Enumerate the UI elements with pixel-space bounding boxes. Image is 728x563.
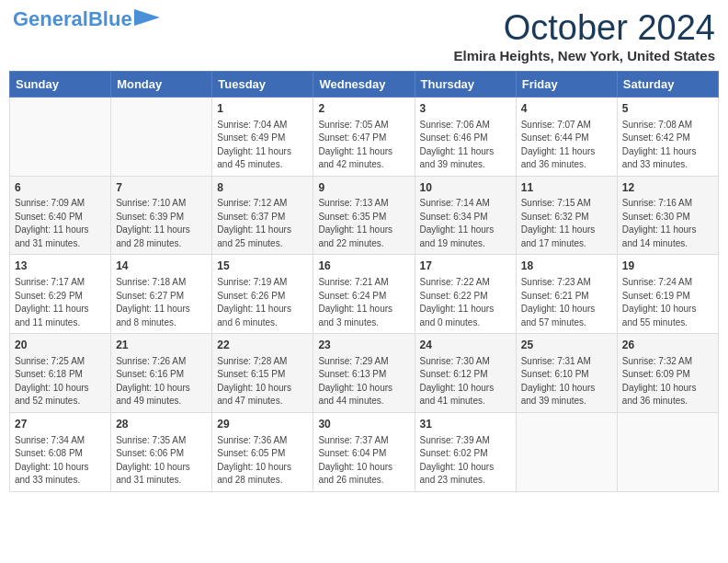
day-number: 29 [217,417,308,432]
day-number: 2 [318,101,409,117]
calendar-cell: 15Sunrise: 7:19 AMSunset: 6:26 PMDayligh… [212,255,313,334]
day-number: 5 [622,101,713,117]
day-info: Sunrise: 7:34 AMSunset: 6:08 PMDaylight:… [15,434,106,488]
day-info: Sunrise: 7:26 AMSunset: 6:16 PMDaylight:… [116,355,207,408]
calendar-cell: 20Sunrise: 7:25 AMSunset: 6:18 PMDayligh… [10,334,111,413]
calendar-cell: 21Sunrise: 7:26 AMSunset: 6:16 PMDayligh… [111,334,212,413]
calendar-cell: 5Sunrise: 7:08 AMSunset: 6:42 PMDaylight… [617,97,718,176]
day-number: 28 [116,417,207,432]
calendar-cell: 10Sunrise: 7:14 AMSunset: 6:34 PMDayligh… [415,176,516,255]
calendar-header-friday: Friday [516,71,617,97]
day-number: 4 [521,101,612,117]
calendar-week-row: 13Sunrise: 7:17 AMSunset: 6:29 PMDayligh… [10,255,719,334]
day-info: Sunrise: 7:05 AMSunset: 6:47 PMDaylight:… [318,119,409,172]
calendar-cell: 11Sunrise: 7:15 AMSunset: 6:32 PMDayligh… [516,176,617,255]
calendar-week-row: 20Sunrise: 7:25 AMSunset: 6:18 PMDayligh… [10,334,719,413]
calendar-cell: 28Sunrise: 7:35 AMSunset: 6:06 PMDayligh… [111,412,212,491]
day-number: 15 [217,259,308,274]
day-info: Sunrise: 7:30 AMSunset: 6:12 PMDaylight:… [420,355,511,408]
calendar-week-row: 6Sunrise: 7:09 AMSunset: 6:40 PMDaylight… [10,176,719,255]
calendar-week-row: 1Sunrise: 7:04 AMSunset: 6:49 PMDaylight… [10,97,719,176]
calendar-cell: 24Sunrise: 7:30 AMSunset: 6:12 PMDayligh… [415,334,516,413]
day-info: Sunrise: 7:08 AMSunset: 6:42 PMDaylight:… [622,119,713,172]
day-number: 26 [622,338,713,353]
calendar-cell: 23Sunrise: 7:29 AMSunset: 6:13 PMDayligh… [313,334,415,413]
calendar-cell: 2Sunrise: 7:05 AMSunset: 6:47 PMDaylight… [313,97,415,176]
day-number: 31 [420,417,511,432]
day-number: 3 [420,101,511,117]
calendar-header-wednesday: Wednesday [313,71,415,97]
day-number: 13 [15,259,106,274]
calendar-cell [617,412,718,491]
calendar-cell: 18Sunrise: 7:23 AMSunset: 6:21 PMDayligh… [516,255,617,334]
calendar-header-row: SundayMondayTuesdayWednesdayThursdayFrid… [10,71,719,97]
calendar-cell: 1Sunrise: 7:04 AMSunset: 6:49 PMDaylight… [212,97,313,176]
logo-arrow-icon [134,9,160,26]
day-number: 21 [116,338,207,353]
calendar-cell: 4Sunrise: 7:07 AMSunset: 6:44 PMDaylight… [516,97,617,176]
calendar-cell [10,97,111,176]
calendar-cell [516,412,617,491]
day-info: Sunrise: 7:09 AMSunset: 6:40 PMDaylight:… [15,197,106,250]
calendar-cell: 12Sunrise: 7:16 AMSunset: 6:30 PMDayligh… [617,176,718,255]
day-number: 7 [116,180,207,196]
day-info: Sunrise: 7:22 AMSunset: 6:22 PMDaylight:… [420,276,511,329]
day-number: 10 [420,180,511,196]
day-info: Sunrise: 7:35 AMSunset: 6:06 PMDaylight:… [116,434,207,488]
calendar-table: SundayMondayTuesdayWednesdayThursdayFrid… [9,71,719,492]
day-number: 11 [521,180,612,196]
day-number: 23 [318,338,409,353]
day-number: 6 [15,180,106,196]
day-number: 16 [318,259,409,274]
day-number: 22 [217,338,308,353]
logo: GeneralBlue [13,9,160,29]
calendar-week-row: 27Sunrise: 7:34 AMSunset: 6:08 PMDayligh… [10,412,719,491]
page-header: GeneralBlue October 2024 Elmira Heights,… [9,9,719,63]
day-info: Sunrise: 7:32 AMSunset: 6:09 PMDaylight:… [622,355,713,408]
calendar-header-sunday: Sunday [10,71,111,97]
calendar-cell [111,97,212,176]
logo-text: GeneralBlue [13,9,132,29]
day-number: 8 [217,180,308,196]
day-number: 20 [15,338,106,353]
calendar-header-monday: Monday [111,71,212,97]
day-number: 30 [318,417,409,432]
calendar-cell: 19Sunrise: 7:24 AMSunset: 6:19 PMDayligh… [617,255,718,334]
day-number: 17 [420,259,511,274]
day-info: Sunrise: 7:12 AMSunset: 6:37 PMDaylight:… [217,197,308,250]
day-info: Sunrise: 7:15 AMSunset: 6:32 PMDaylight:… [521,197,612,250]
day-info: Sunrise: 7:18 AMSunset: 6:27 PMDaylight:… [116,276,207,329]
day-info: Sunrise: 7:06 AMSunset: 6:46 PMDaylight:… [420,119,511,172]
day-info: Sunrise: 7:23 AMSunset: 6:21 PMDaylight:… [521,276,612,329]
day-info: Sunrise: 7:16 AMSunset: 6:30 PMDaylight:… [622,197,713,250]
day-info: Sunrise: 7:21 AMSunset: 6:24 PMDaylight:… [318,276,409,329]
day-info: Sunrise: 7:37 AMSunset: 6:04 PMDaylight:… [318,434,409,488]
day-info: Sunrise: 7:04 AMSunset: 6:49 PMDaylight:… [217,119,308,172]
day-info: Sunrise: 7:14 AMSunset: 6:34 PMDaylight:… [420,197,511,250]
day-info: Sunrise: 7:19 AMSunset: 6:26 PMDaylight:… [217,276,308,329]
day-info: Sunrise: 7:25 AMSunset: 6:18 PMDaylight:… [15,355,106,408]
day-number: 12 [622,180,713,196]
day-number: 9 [318,180,409,196]
calendar-cell: 17Sunrise: 7:22 AMSunset: 6:22 PMDayligh… [415,255,516,334]
day-info: Sunrise: 7:29 AMSunset: 6:13 PMDaylight:… [318,355,409,408]
day-info: Sunrise: 7:13 AMSunset: 6:35 PMDaylight:… [318,197,409,250]
day-number: 27 [15,417,106,432]
svg-marker-0 [134,9,160,26]
calendar-header-saturday: Saturday [617,71,718,97]
location-title: Elmira Heights, New York, United States [453,48,715,63]
calendar-cell: 3Sunrise: 7:06 AMSunset: 6:46 PMDaylight… [415,97,516,176]
calendar-cell: 27Sunrise: 7:34 AMSunset: 6:08 PMDayligh… [10,412,111,491]
calendar-cell: 30Sunrise: 7:37 AMSunset: 6:04 PMDayligh… [313,412,415,491]
day-info: Sunrise: 7:39 AMSunset: 6:02 PMDaylight:… [420,434,511,488]
day-info: Sunrise: 7:36 AMSunset: 6:05 PMDaylight:… [217,434,308,488]
day-number: 1 [217,101,308,117]
calendar-cell: 22Sunrise: 7:28 AMSunset: 6:15 PMDayligh… [212,334,313,413]
day-info: Sunrise: 7:28 AMSunset: 6:15 PMDaylight:… [217,355,308,408]
day-info: Sunrise: 7:10 AMSunset: 6:39 PMDaylight:… [116,197,207,250]
calendar-cell: 29Sunrise: 7:36 AMSunset: 6:05 PMDayligh… [212,412,313,491]
calendar-cell: 9Sunrise: 7:13 AMSunset: 6:35 PMDaylight… [313,176,415,255]
day-info: Sunrise: 7:17 AMSunset: 6:29 PMDaylight:… [15,276,106,329]
calendar-cell: 14Sunrise: 7:18 AMSunset: 6:27 PMDayligh… [111,255,212,334]
day-number: 24 [420,338,511,353]
